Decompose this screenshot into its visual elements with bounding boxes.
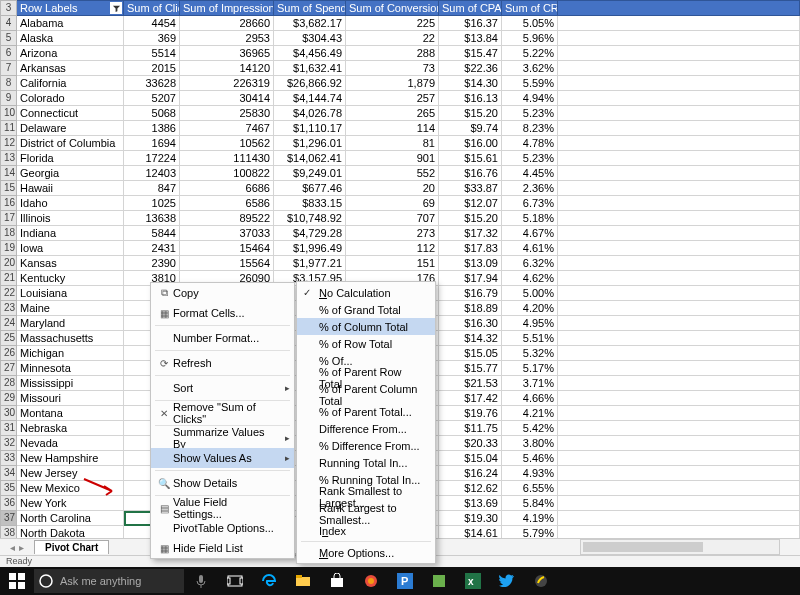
cell-spend[interactable]: $4,729.28 [274,226,346,241]
row-header-6[interactable]: 6 [1,46,17,61]
taskbar-twitter[interactable] [490,567,524,595]
cell-state[interactable]: Colorado [17,91,124,106]
row-header-36[interactable]: 36 [1,496,17,511]
cell-state[interactable]: Michigan [17,346,124,361]
cell-cpa[interactable]: $15.77 [439,361,502,376]
cell-cpa[interactable]: $19.30 [439,511,502,526]
cell-impressions[interactable]: 15564 [180,256,274,271]
taskbar-app-note-icon[interactable] [422,567,456,595]
cell-state[interactable]: Arizona [17,46,124,61]
cell-state[interactable]: Florida [17,151,124,166]
cell-cpa[interactable]: $17.42 [439,391,502,406]
cell-state[interactable]: Minnesota [17,361,124,376]
row-header-22[interactable]: 22 [1,286,17,301]
cell-cpa[interactable]: $16.13 [439,91,502,106]
taskbar-edge[interactable] [252,567,286,595]
menu-refresh[interactable]: ⟳Refresh [151,353,294,373]
horizontal-scrollbar[interactable] [580,539,780,555]
cell-conversions[interactable]: 1,879 [346,76,439,91]
cell-cr[interactable]: 5.51% [502,331,558,346]
cell-state[interactable]: Kansas [17,256,124,271]
cell-clicks[interactable]: 369 [124,31,180,46]
cell-cr[interactable]: 5.42% [502,421,558,436]
cell-cr[interactable]: 4.93% [502,466,558,481]
row-header-23[interactable]: 23 [1,301,17,316]
cell-cpa[interactable]: $18.89 [439,301,502,316]
cell-state[interactable]: District of Columbia [17,136,124,151]
row-header-7[interactable]: 7 [1,61,17,76]
menu-remove-field[interactable]: ✕Remove "Sum of Clicks" [151,403,294,423]
row-header-12[interactable]: 12 [1,136,17,151]
cell-conversions[interactable]: 112 [346,241,439,256]
cell-conversions[interactable]: 225 [346,16,439,31]
cell-state[interactable]: Louisiana [17,286,124,301]
submenu-no-calculation[interactable]: ✓No Calculation [297,284,435,301]
row-header-5[interactable]: 5 [1,31,17,46]
row-header-13[interactable]: 13 [1,151,17,166]
cell-cpa[interactable]: $17.94 [439,271,502,286]
cell-cr[interactable]: 2.36% [502,181,558,196]
start-button[interactable] [0,567,34,595]
cell-cpa[interactable]: $16.30 [439,316,502,331]
row-header-26[interactable]: 26 [1,346,17,361]
cortana-search[interactable]: Ask me anything [34,569,184,593]
cell-spend[interactable]: $677.46 [274,181,346,196]
cell-state[interactable]: Iowa [17,241,124,256]
submenu-percent-grand-total[interactable]: % of Grand Total [297,301,435,318]
submenu-percent-difference-from[interactable]: % Difference From... [297,437,435,454]
cell-clicks[interactable]: 12403 [124,166,180,181]
cell-impressions[interactable]: 14120 [180,61,274,76]
cell-spend[interactable]: $4,144.74 [274,91,346,106]
row-header-31[interactable]: 31 [1,421,17,436]
cell-impressions[interactable]: 30414 [180,91,274,106]
row-header-25[interactable]: 25 [1,331,17,346]
cell-state[interactable]: Massachusetts [17,331,124,346]
header-impressions[interactable]: Sum of Impressions [180,1,274,16]
row-header-17[interactable]: 17 [1,211,17,226]
cell-cr[interactable]: 4.66% [502,391,558,406]
cell-spend[interactable]: $833.15 [274,196,346,211]
submenu-parent-total[interactable]: % of Parent Total... [297,403,435,420]
cell-cpa[interactable]: $13.09 [439,256,502,271]
cell-cr[interactable]: 5.96% [502,31,558,46]
menu-summarize-values[interactable]: Summarize Values By [151,428,294,448]
cell-cr[interactable]: 5.32% [502,346,558,361]
cell-impressions[interactable]: 37033 [180,226,274,241]
row-header-27[interactable]: 27 [1,361,17,376]
cell-cpa[interactable]: $15.04 [439,451,502,466]
menu-show-details[interactable]: 🔍Show Details [151,473,294,493]
cell-clicks[interactable]: 33628 [124,76,180,91]
cell-state[interactable]: Kentucky [17,271,124,286]
cell-state[interactable]: Georgia [17,166,124,181]
cell-cpa[interactable]: $16.37 [439,16,502,31]
cell-state[interactable]: Mississippi [17,376,124,391]
cell-state[interactable]: Alaska [17,31,124,46]
cell-cr[interactable]: 4.21% [502,406,558,421]
cell-cr[interactable]: 5.84% [502,496,558,511]
cell-spend[interactable]: $10,748.92 [274,211,346,226]
cell-state[interactable]: New Hampshire [17,451,124,466]
cell-impressions[interactable]: 111430 [180,151,274,166]
cell-clicks[interactable]: 5207 [124,91,180,106]
cell-conversions[interactable]: 151 [346,256,439,271]
cell-cr[interactable]: 5.59% [502,76,558,91]
cell-clicks[interactable]: 5844 [124,226,180,241]
cell-cpa[interactable]: $33.87 [439,181,502,196]
cell-clicks[interactable]: 17224 [124,151,180,166]
submenu-rank-largest-smallest[interactable]: Rank Largest to Smallest... [297,505,435,522]
menu-number-format[interactable]: Number Format... [151,328,294,348]
cell-conversions[interactable]: 257 [346,91,439,106]
cell-cpa[interactable]: $17.32 [439,226,502,241]
taskbar-store[interactable] [320,567,354,595]
submenu-percent-column-total[interactable]: % of Column Total [297,318,435,335]
menu-format-cells[interactable]: ▦Format Cells... [151,303,294,323]
cell-spend[interactable]: $304.43 [274,31,346,46]
row-header-11[interactable]: 11 [1,121,17,136]
cell-cpa[interactable]: $13.69 [439,496,502,511]
cell-cpa[interactable]: $15.61 [439,151,502,166]
menu-hide-field-list[interactable]: ▦Hide Field List [151,538,294,558]
cell-cr[interactable]: 4.94% [502,91,558,106]
cell-cpa[interactable]: $15.05 [439,346,502,361]
cell-cpa[interactable]: $15.20 [439,106,502,121]
cell-cr[interactable]: 5.22% [502,46,558,61]
